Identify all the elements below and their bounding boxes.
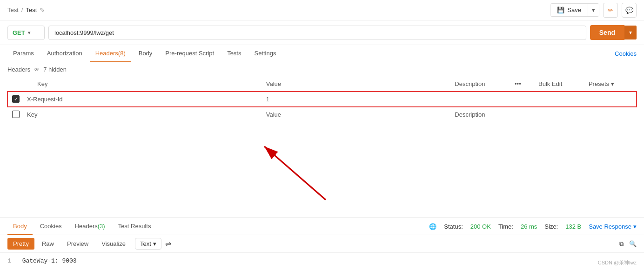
th-presets[interactable]: Presets ▾	[584, 77, 637, 92]
row-1-checkbox[interactable]	[12, 95, 20, 103]
send-button[interactable]: Send	[590, 25, 624, 40]
fmt-tab-pretty[interactable]: Pretty	[7, 238, 34, 250]
th-value: Value	[262, 77, 450, 92]
tab-headers[interactable]: Headers(8)	[90, 45, 131, 62]
th-key: Key	[22, 77, 262, 92]
th-more[interactable]: •••	[510, 77, 534, 92]
tab-params[interactable]: Params	[7, 45, 40, 62]
status-value: 200 OK	[470, 223, 491, 230]
resp-tab-headers[interactable]: Headers(3)	[69, 218, 111, 235]
resp-tab-test-results[interactable]: Test Results	[113, 218, 157, 235]
th-description: Description	[450, 77, 510, 92]
breadcrumb-parent: Test	[7, 7, 19, 13]
top-actions: 💾 Save ▾ ✏ 💬	[550, 3, 637, 18]
response-section: Body Cookies Headers(3) Test Results 🌐 S…	[0, 217, 644, 270]
format-bar: Pretty Raw Preview Visualize Text ▾ ⇌ ⧉ …	[0, 235, 644, 253]
tab-authorization[interactable]: Authorization	[41, 45, 88, 62]
row-2-checkbox-cell[interactable]	[7, 107, 22, 122]
tab-body[interactable]: Body	[133, 45, 158, 62]
row-2-description[interactable]: Description	[450, 107, 510, 122]
cookies-link[interactable]: Cookies	[615, 46, 637, 62]
watermark: CSDN @杀神lwz	[598, 259, 637, 266]
save-response-button[interactable]: Save Response ▾	[589, 223, 637, 230]
method-arrow: ▾	[28, 30, 30, 35]
send-button-group: Send ▾	[590, 25, 637, 40]
resp-tab-cookies[interactable]: Cookies	[34, 218, 67, 235]
top-bar: Test / Test ✎ 💾 Save ▾ ✏ 💬	[0, 0, 644, 20]
row-checkbox-cell[interactable]	[7, 92, 22, 107]
row-2-value[interactable]: Value	[262, 107, 450, 122]
save-icon: 💾	[557, 7, 564, 13]
save-label: Save	[567, 7, 581, 13]
copy-icon[interactable]: ⧉	[619, 240, 624, 248]
th-checkbox	[7, 77, 22, 92]
response-status: 🌐 Status: 200 OK Time: 26 ms Size: 132 B…	[429, 218, 637, 235]
row-1-description[interactable]	[450, 92, 510, 107]
row-1-key[interactable]: X-Request-Id	[22, 92, 262, 107]
url-input[interactable]	[48, 26, 586, 40]
row-2-key[interactable]: Key	[22, 107, 262, 122]
save-button[interactable]: 💾 Save	[550, 4, 588, 16]
resp-tab-body[interactable]: Body	[7, 218, 33, 235]
tab-prerequest[interactable]: Pre-request Script	[160, 45, 220, 62]
headers-meta: Headers 👁 7 hidden	[7, 62, 637, 77]
svg-line-1	[264, 146, 326, 200]
fmt-tab-preview[interactable]: Preview	[61, 238, 94, 250]
breadcrumb-sep: /	[21, 7, 23, 13]
breadcrumb: Test / Test ✎	[7, 7, 45, 14]
size-label: Size:	[544, 223, 558, 230]
eye-icon: 👁	[34, 66, 40, 73]
fmt-tab-raw[interactable]: Raw	[36, 238, 60, 250]
headers-section: Headers 👁 7 hidden Key Value Description…	[0, 62, 644, 122]
wrap-icon[interactable]: ⇌	[165, 239, 171, 248]
tab-settings[interactable]: Settings	[248, 45, 282, 62]
table-row: X-Request-Id 1	[7, 92, 637, 107]
response-tabs: Body Cookies Headers(3) Test Results 🌐 S…	[0, 218, 644, 235]
status-label: Status:	[444, 223, 463, 230]
headers-label: Headers	[7, 66, 30, 73]
th-bulk-edit[interactable]: Bulk Edit	[534, 77, 584, 92]
breadcrumb-current: Test	[26, 7, 37, 13]
edit-name-icon[interactable]: ✎	[40, 7, 45, 14]
globe-icon: 🌐	[429, 223, 436, 230]
method-select[interactable]: GET ▾	[7, 26, 45, 40]
send-dropdown-button[interactable]: ▾	[624, 26, 637, 40]
row-1-value[interactable]: 1	[262, 92, 450, 107]
save-dropdown-button[interactable]: ▾	[588, 4, 599, 16]
time-value: 26 ms	[521, 223, 537, 230]
request-tabs: Params Authorization Headers(8) Body Pre…	[0, 45, 644, 62]
tab-tests[interactable]: Tests	[221, 45, 247, 62]
edit-icon-button[interactable]: ✏	[603, 3, 618, 18]
method-label: GET	[13, 29, 25, 36]
comment-icon-button[interactable]: 💬	[622, 3, 637, 18]
url-bar: GET ▾ Send ▾	[0, 20, 644, 45]
search-response-icon[interactable]: 🔍	[629, 240, 637, 247]
line-number: 1	[7, 257, 11, 264]
code-area: 1 GateWay-1: 9003	[0, 253, 644, 270]
hidden-count: 7 hidden	[43, 66, 67, 73]
time-label: Time:	[498, 223, 513, 230]
comment-icon: 💬	[625, 7, 633, 14]
fmt-tab-visualize[interactable]: Visualize	[96, 238, 131, 250]
app-container: Test / Test ✎ 💾 Save ▾ ✏ 💬 GET ▾	[0, 0, 644, 270]
size-value: 132 B	[565, 223, 581, 230]
table-row: Key Value Description	[7, 107, 637, 122]
code-content: GateWay-1: 9003	[22, 257, 77, 264]
save-button-group: 💾 Save ▾	[550, 3, 599, 17]
text-format-dropdown[interactable]: Text ▾	[135, 238, 161, 250]
headers-table: Key Value Description ••• Bulk Edit Pres…	[7, 77, 637, 122]
pencil-icon: ✏	[608, 7, 613, 14]
row-2-checkbox[interactable]	[12, 111, 20, 118]
